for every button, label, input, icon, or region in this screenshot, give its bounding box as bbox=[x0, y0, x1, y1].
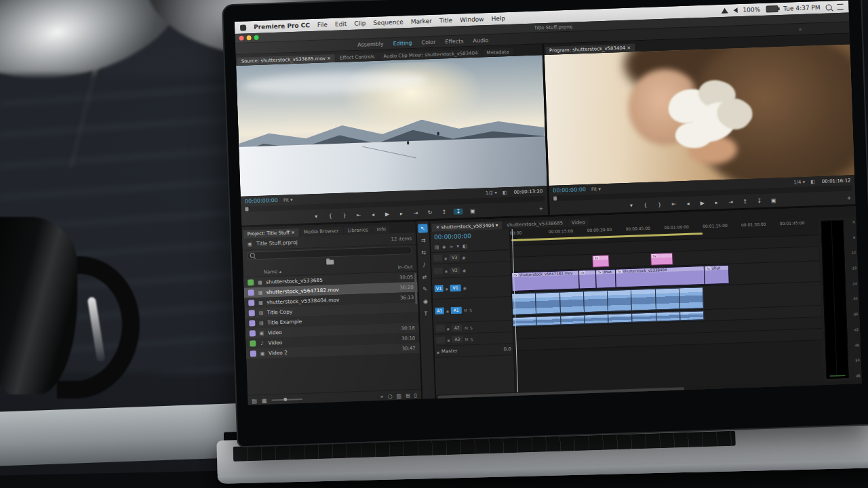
hand-icon[interactable]: ◉ bbox=[420, 297, 430, 306]
menu-clip[interactable]: Clip bbox=[354, 20, 366, 27]
new-bin-icon[interactable]: ▥ bbox=[396, 392, 401, 399]
workspace-color[interactable]: Color bbox=[421, 39, 435, 45]
workspace-effects[interactable]: Effects bbox=[445, 38, 464, 45]
mute-button[interactable]: M bbox=[465, 337, 468, 342]
audio-clip[interactable] bbox=[560, 291, 585, 313]
label-chip[interactable] bbox=[249, 310, 255, 316]
timeline-menu-icon[interactable]: ▤ bbox=[434, 245, 439, 250]
video-clip[interactable]: fx bbox=[578, 270, 597, 289]
notification-center-icon[interactable] bbox=[837, 3, 843, 9]
track-header-a1[interactable]: A1 ▪ A1 M S bbox=[433, 297, 512, 323]
program-fit-dropdown[interactable]: Fit ▾ bbox=[591, 186, 601, 192]
track-output-icon[interactable]: ◉ bbox=[462, 268, 466, 272]
pen-icon[interactable]: ✎ bbox=[420, 285, 430, 293]
audio-clip[interactable] bbox=[679, 287, 704, 309]
video-clip[interactable]: fxshut bbox=[595, 269, 616, 289]
label-chip[interactable] bbox=[250, 330, 256, 336]
loop-icon[interactable]: ↻ bbox=[425, 209, 435, 215]
menu-title[interactable]: Title bbox=[439, 17, 453, 24]
close-window-button[interactable] bbox=[239, 36, 244, 41]
app-menu[interactable]: Premiere Pro CC bbox=[254, 22, 310, 30]
lock-icon[interactable]: ▪ bbox=[447, 326, 450, 331]
new-item-icon[interactable]: ⊞ bbox=[406, 392, 410, 399]
battery-icon[interactable] bbox=[766, 5, 778, 13]
solo-button[interactable]: S bbox=[470, 325, 473, 330]
track-header-master[interactable]: ▪ Master 0.0 bbox=[435, 344, 514, 358]
source-video-viewer[interactable] bbox=[236, 55, 547, 197]
program-video-viewer[interactable] bbox=[544, 44, 854, 186]
title-clip[interactable]: fx bbox=[592, 255, 609, 268]
linked-selection-icon[interactable]: ∞ bbox=[449, 244, 453, 249]
wifi-icon[interactable] bbox=[721, 8, 728, 14]
track-output-icon[interactable]: ◉ bbox=[463, 285, 467, 290]
step-forward-icon[interactable]: ▸ bbox=[712, 199, 722, 205]
mark-out-icon[interactable]: } bbox=[655, 201, 665, 207]
solo-button[interactable]: S bbox=[469, 308, 472, 312]
menubar-clock[interactable]: Tue 4:37 PM bbox=[783, 4, 821, 12]
lock-icon[interactable]: ▪ bbox=[444, 256, 447, 260]
export-frame-icon[interactable]: ▣ bbox=[468, 207, 477, 214]
source-playhead-handle[interactable] bbox=[245, 207, 248, 211]
chevron-down-icon[interactable]: ▾ bbox=[496, 223, 498, 228]
zoom-window-button[interactable] bbox=[254, 35, 258, 40]
audio-clip[interactable] bbox=[585, 314, 609, 324]
insert-icon[interactable]: ↥ bbox=[439, 209, 449, 215]
workspace-assembly[interactable]: Assembly bbox=[357, 41, 384, 47]
workspace-audio[interactable]: Audio bbox=[473, 37, 488, 43]
list-view-icon[interactable]: ▤ bbox=[252, 398, 257, 404]
audio-clip[interactable] bbox=[584, 290, 608, 312]
lock-icon[interactable]: ▪ bbox=[445, 268, 448, 273]
play-icon[interactable]: ▶ bbox=[698, 199, 707, 205]
audio-clip[interactable] bbox=[608, 289, 632, 312]
label-chip[interactable] bbox=[250, 350, 256, 357]
volume-icon[interactable] bbox=[733, 7, 737, 13]
label-chip[interactable] bbox=[248, 289, 254, 296]
zoom-slider[interactable] bbox=[271, 399, 302, 401]
automate-to-sequence-icon[interactable]: » bbox=[380, 393, 383, 399]
go-to-in-icon[interactable]: ⇤ bbox=[669, 201, 679, 207]
apple-menu-icon[interactable] bbox=[240, 24, 246, 30]
video-clip[interactable]: fxshut bbox=[704, 265, 729, 285]
menu-sequence[interactable]: Sequence bbox=[373, 18, 403, 26]
close-icon[interactable]: × bbox=[627, 45, 631, 51]
play-icon[interactable]: ▶ bbox=[382, 211, 392, 217]
menu-window[interactable]: Window bbox=[460, 16, 484, 23]
close-icon[interactable]: × bbox=[291, 230, 295, 235]
workspace-overflow-icon[interactable]: » bbox=[799, 26, 802, 32]
spotlight-search-icon[interactable] bbox=[825, 4, 831, 10]
column-inout[interactable]: In-Out bbox=[398, 264, 413, 270]
snap-icon[interactable]: ◈ bbox=[442, 244, 446, 249]
menu-help[interactable]: Help bbox=[491, 15, 505, 22]
lock-icon[interactable]: ▪ bbox=[446, 308, 449, 313]
icon-view-icon[interactable]: ▦ bbox=[262, 397, 267, 403]
source-patch[interactable] bbox=[433, 255, 442, 262]
audio-clip[interactable] bbox=[512, 293, 536, 315]
go-to-out-icon[interactable]: ⇥ bbox=[411, 209, 420, 216]
source-patch[interactable] bbox=[434, 268, 443, 274]
settings-wrench-icon[interactable]: ◧ bbox=[810, 179, 815, 184]
step-back-icon[interactable]: ◂ bbox=[684, 200, 693, 206]
audio-clip[interactable] bbox=[631, 289, 656, 311]
program-resolution-dropdown[interactable]: 1/4 ▾ bbox=[793, 179, 805, 185]
track-select-forward-icon[interactable]: ⇉ bbox=[418, 236, 428, 245]
settings-wrench-icon[interactable]: ◧ bbox=[502, 190, 507, 195]
razor-icon[interactable]: / bbox=[419, 260, 429, 269]
close-icon[interactable]: × bbox=[435, 225, 439, 230]
menu-file[interactable]: File bbox=[317, 21, 328, 28]
audio-clip[interactable] bbox=[656, 311, 681, 321]
project-file-name[interactable]: Title Stuff.prproj bbox=[256, 239, 298, 247]
audio-clip[interactable] bbox=[680, 310, 705, 321]
lift-icon[interactable]: ↥ bbox=[741, 198, 750, 204]
lock-icon[interactable]: ▪ bbox=[447, 338, 450, 342]
type-tool-icon[interactable]: T bbox=[421, 309, 431, 318]
source-patch-v1[interactable]: V1 bbox=[435, 285, 443, 292]
extract-icon[interactable]: ↧ bbox=[755, 197, 764, 203]
title-clip[interactable]: fx bbox=[650, 253, 673, 266]
minimize-window-button[interactable] bbox=[246, 35, 251, 40]
video-clip[interactable]: fxshutterstock_v5647182.mov bbox=[511, 270, 580, 291]
solo-button[interactable]: S bbox=[470, 337, 473, 342]
master-track-label[interactable]: Master bbox=[441, 348, 458, 354]
video-clip[interactable]: fxshutterstock_v5338404 bbox=[615, 266, 705, 288]
program-timecode[interactable]: 00:00:00:00 bbox=[553, 186, 586, 194]
column-name[interactable]: Name ▴ bbox=[264, 269, 282, 275]
